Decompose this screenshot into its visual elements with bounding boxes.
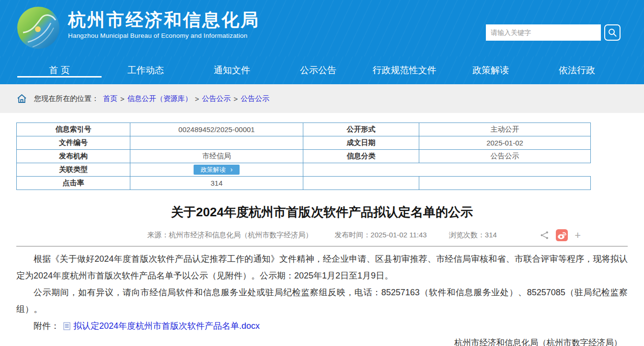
info-table-row: 信息索引号 002489452/2025-00001 公开形式 主动公开 bbox=[17, 123, 591, 136]
chevron-right-icon: › bbox=[230, 167, 233, 173]
article-content: 信息索引号 002489452/2025-00001 公开形式 主动公开 文件编… bbox=[0, 123, 644, 346]
meta-view-count-label: 浏览次数： bbox=[449, 231, 485, 239]
article-paragraph-2: 公示期间，如有异议，请向市经信局软件和信息服务业处或驻局纪检监察组反映，电话：8… bbox=[16, 284, 628, 318]
site-logo-icon bbox=[16, 6, 60, 50]
main-nav: 首 页 工作动态 通知文件 公示公告 行政规范性文件 政策解读 依法行政 bbox=[0, 56, 644, 84]
info-table-row: 文件编号 成文日期 2025-01-02 bbox=[17, 136, 591, 150]
info-value-empty bbox=[419, 177, 591, 190]
meta-publish-time: 发布时间：2025-01-02 11:43 bbox=[334, 231, 426, 239]
info-value-index-number: 002489452/2025-00001 bbox=[130, 123, 303, 136]
more-share-icon[interactable]: + bbox=[575, 230, 581, 241]
info-label-related-type: 关联类型 bbox=[17, 163, 130, 177]
nav-item-notice-documents[interactable]: 通知文件 bbox=[189, 56, 275, 84]
share-icons: + bbox=[540, 229, 581, 241]
site-subtitle: Hangzhou Municipal Bureau of Economy and… bbox=[68, 32, 260, 39]
breadcrumb-link-announcements[interactable]: 公告公示 bbox=[202, 94, 231, 103]
breadcrumb-separator: > bbox=[120, 95, 125, 103]
home-icon[interactable] bbox=[16, 93, 27, 104]
search-button[interactable] bbox=[604, 24, 621, 41]
info-label-index-number: 信息索引号 bbox=[17, 123, 130, 136]
breadcrumb-link-info-disclosure[interactable]: 信息公开（资源库） bbox=[127, 94, 192, 103]
info-label-document-number: 文件编号 bbox=[17, 136, 130, 150]
info-label-disclosure-form: 公开形式 bbox=[303, 123, 419, 136]
info-label-issuing-agency: 发布机构 bbox=[17, 150, 130, 163]
search-input[interactable] bbox=[486, 24, 601, 41]
signature-agency: 杭州市经济和信息化局（杭州市数字经济局） bbox=[16, 335, 628, 346]
breadcrumb-link-home[interactable]: 首页 bbox=[103, 94, 117, 103]
info-value-info-category: 公告公示 bbox=[419, 150, 591, 163]
info-label-issue-date: 成文日期 bbox=[303, 136, 419, 150]
meta-publish-time-value: 2025-01-02 11:43 bbox=[370, 231, 426, 239]
nav-item-policy-interpretation[interactable]: 政策解读 bbox=[448, 56, 534, 84]
meta-source-value: 杭州市经济和信息化局（杭州市数字经济局） bbox=[169, 231, 312, 239]
weibo-share-icon[interactable] bbox=[556, 229, 568, 241]
info-value-empty-merged bbox=[303, 163, 591, 177]
meta-divider bbox=[16, 246, 628, 246]
article-paragraph-1: 根据《关于做好2024年度首版次软件产品认定推荐工作的通知》文件精神，经企业申请… bbox=[16, 251, 628, 284]
article-title: 关于2024年度杭州市首版次软件产品拟认定名单的公示 bbox=[16, 204, 628, 220]
article-meta-bar: 来源：杭州市经济和信息化局（杭州市数字经济局） 发布时间：2025-01-02 … bbox=[16, 229, 628, 241]
info-table-row: 关联类型 政策解读 › bbox=[17, 163, 591, 177]
document-info-table: 信息索引号 002489452/2025-00001 公开形式 主动公开 文件编… bbox=[16, 123, 591, 190]
breadcrumb: 您现在所在的位置： 首页 > 信息公开（资源库） > 公告公示 > 公告公示 bbox=[0, 84, 644, 113]
nav-item-home[interactable]: 首 页 bbox=[16, 56, 103, 84]
meta-source: 来源：杭州市经济和信息化局（杭州市数字经济局） bbox=[147, 231, 312, 239]
nav-item-regulatory-documents[interactable]: 行政规范性文件 bbox=[361, 56, 448, 84]
nav-item-work-news[interactable]: 工作动态 bbox=[103, 56, 189, 84]
info-value-issue-date: 2025-01-02 bbox=[419, 136, 591, 150]
breadcrumb-separator: > bbox=[234, 95, 238, 103]
meta-view-count-value: 314 bbox=[485, 231, 497, 239]
breadcrumb-label: 您现在所在的位置： bbox=[34, 94, 99, 103]
share-icon[interactable] bbox=[540, 231, 549, 240]
info-value-issuing-agency: 市经信局 bbox=[130, 150, 303, 163]
search-icon bbox=[608, 28, 617, 37]
info-label-empty bbox=[303, 177, 419, 190]
attachment-line: 附件： 拟认定2024年度杭州市首版次软件产品名单.docx bbox=[16, 318, 628, 335]
info-value-related-type: 政策解读 › bbox=[130, 163, 303, 177]
policy-interpretation-button[interactable]: 政策解读 › bbox=[194, 165, 240, 175]
breadcrumb-link-announcements-2[interactable]: 公告公示 bbox=[241, 94, 269, 103]
breadcrumb-separator: > bbox=[195, 95, 199, 103]
policy-interpretation-button-label: 政策解读 bbox=[201, 166, 226, 173]
page: 杭州市经济和信息化局 Hangzhou Municipal Bureau of … bbox=[0, 0, 644, 346]
meta-source-label: 来源： bbox=[147, 231, 169, 239]
search-bar bbox=[486, 24, 621, 41]
site-title-block: 杭州市经济和信息化局 Hangzhou Municipal Bureau of … bbox=[68, 10, 260, 39]
word-document-icon bbox=[63, 322, 70, 330]
meta-publish-time-label: 发布时间： bbox=[334, 231, 370, 239]
site-title: 杭州市经济和信息化局 bbox=[68, 10, 260, 31]
info-value-document-number bbox=[130, 136, 303, 150]
info-table-row: 发布机构 市经信局 信息分类 公告公示 bbox=[17, 150, 591, 163]
info-label-click-rate: 点击率 bbox=[17, 177, 130, 190]
nav-item-law-based-administration[interactable]: 依法行政 bbox=[534, 56, 620, 84]
attachment-label: 附件： bbox=[34, 318, 59, 335]
meta-view-count: 浏览次数：314 bbox=[449, 231, 497, 239]
info-value-disclosure-form: 主动公开 bbox=[419, 123, 591, 136]
site-header: 杭州市经济和信息化局 Hangzhou Municipal Bureau of … bbox=[0, 0, 644, 56]
nav-item-public-announcements[interactable]: 公示公告 bbox=[275, 56, 361, 84]
info-table-row: 点击率 314 bbox=[17, 177, 591, 190]
info-value-click-rate: 314 bbox=[130, 177, 303, 190]
attachment-link[interactable]: 拟认定2024年度杭州市首版次软件产品名单.docx bbox=[73, 318, 260, 335]
info-label-info-category: 信息分类 bbox=[303, 150, 419, 163]
